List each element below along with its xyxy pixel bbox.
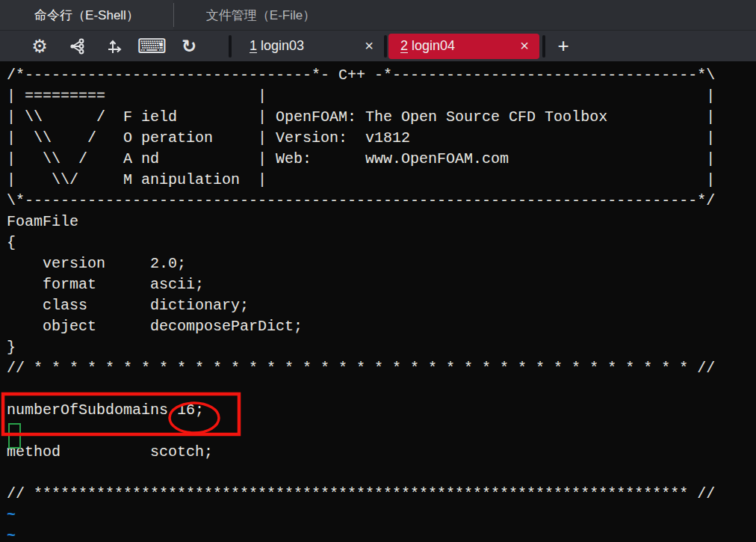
terminal-line: } xyxy=(7,337,756,358)
terminal-line: | \\ / A nd | Web: www.OpenFOAM.com | xyxy=(7,149,756,170)
terminal-line: ~ xyxy=(7,526,756,542)
session-tab-login03[interactable]: 1 login03 × xyxy=(238,34,384,59)
terminal-output[interactable]: /*--------------------------------*- C++… xyxy=(0,61,756,542)
refresh-glyph: ↻ xyxy=(182,37,196,55)
session-tab-login03-name: login03 xyxy=(257,38,304,53)
close-tab-login04-icon[interactable]: × xyxy=(512,37,529,55)
session-tab-login04-label: 2 login04 xyxy=(400,38,455,54)
terminal-line xyxy=(7,463,756,484)
terminal-line: method scotch; xyxy=(7,442,756,463)
new-tab-button[interactable]: + xyxy=(553,36,574,57)
terminal-line: object decomposeParDict; xyxy=(7,316,756,337)
toolbar-separator xyxy=(384,35,387,58)
session-tab-login04[interactable]: 2 login04 × xyxy=(388,34,539,59)
switch-arrows-glyph xyxy=(105,37,123,55)
switch-arrows-icon[interactable] xyxy=(105,37,124,56)
terminal-line: FoamFile xyxy=(7,212,756,232)
tab-e-file-label: 文件管理（E-File） xyxy=(206,7,315,24)
terminal-cursor xyxy=(8,423,21,449)
split-branch-icon[interactable] xyxy=(67,37,87,56)
split-branch-glyph xyxy=(68,37,86,55)
session-tab-login04-name: login04 xyxy=(408,38,455,53)
terminal-line xyxy=(7,421,756,442)
tab-e-shell-label: 命令行（E-Shell） xyxy=(34,7,139,24)
settings-gear-icon[interactable]: ⚙ xyxy=(30,37,49,56)
toolbar: ⚙ ⌨ xyxy=(0,30,756,61)
terminal-line: version 2.0; xyxy=(7,253,756,274)
tab-e-file[interactable]: 文件管理（E-File） xyxy=(174,0,347,30)
terminal-line: { xyxy=(7,232,756,253)
terminal-lines: /*--------------------------------*- C++… xyxy=(7,65,756,542)
session-tab-login04-number: 2 xyxy=(400,38,408,53)
tab-e-shell[interactable]: 命令行（E-Shell） xyxy=(0,0,173,30)
refresh-icon[interactable]: ↻ xyxy=(179,37,199,56)
app-titlebar: 命令行（E-Shell） 文件管理（E-File） xyxy=(0,0,756,30)
terminal-line: | \\ / F ield | OpenFOAM: The Open Sourc… xyxy=(7,107,756,128)
terminal-line: format ascii; xyxy=(7,274,756,295)
keyboard-glyph: ⌨ xyxy=(137,36,167,56)
terminal-line: | ========= | | xyxy=(7,86,756,107)
close-tab-login03-icon[interactable]: × xyxy=(357,37,374,55)
session-tab-login03-label: 1 login03 xyxy=(250,38,304,54)
toolbar-separator xyxy=(542,35,545,58)
terminal-line: ~ xyxy=(7,505,756,526)
toolbar-separator xyxy=(229,35,232,58)
terminal-line: // * * * * * * * * * * * * * * * * * * *… xyxy=(7,358,756,379)
virtual-keyboard-icon[interactable]: ⌨ xyxy=(142,37,161,56)
gear-glyph: ⚙ xyxy=(31,37,48,55)
session-tab-login03-number: 1 xyxy=(250,38,257,53)
terminal-line: numberOfSubdomains 16; xyxy=(7,400,756,421)
terminal-line: class dictionary; xyxy=(7,295,756,316)
terminal-line: /*--------------------------------*- C++… xyxy=(7,65,756,86)
terminal-line: \*--------------------------------------… xyxy=(7,191,756,212)
terminal-line xyxy=(7,379,756,400)
terminal-line: | \\/ M anipulation | | xyxy=(7,170,756,191)
terminal-line: | \\ / O peration | Version: v1812 | xyxy=(7,128,756,149)
e-shell-window: 命令行（E-Shell） 文件管理（E-File） ⚙ xyxy=(0,0,756,542)
terminal-line: // *************************************… xyxy=(7,484,756,505)
